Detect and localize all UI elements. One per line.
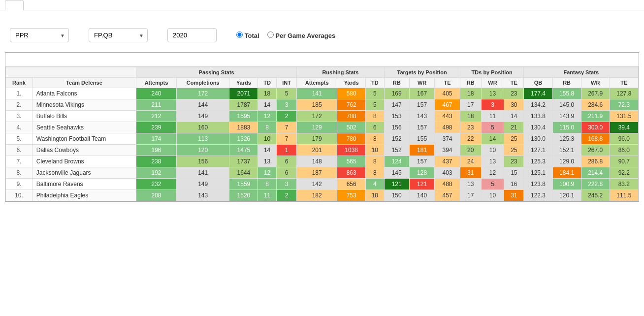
cell-rank: 6. [6, 145, 32, 156]
cell-rush_yds: 788 [337, 111, 366, 122]
cell-rush_att: 148 [297, 156, 337, 167]
stat-sort-control: FP.QB FP.RB FP.WR FP.TE [89, 25, 148, 42]
cell-fp_wr: 284.6 [581, 99, 610, 111]
cell-rank: 7. [6, 156, 32, 167]
cell-team: Jacksonville Jaguars [32, 167, 136, 179]
cell-fp_te: 127.8 [610, 88, 638, 99]
cell-fp_rb: 155.8 [552, 88, 581, 99]
cell-tgt_rb: 150 [384, 190, 409, 201]
cell-rush_td: 10 [366, 145, 384, 156]
cell-team: Buffalo Bills [32, 111, 136, 122]
cell-td_rb: 18 [460, 88, 481, 99]
cell-rush_yds: 863 [337, 167, 366, 179]
cell-pass_att: 232 [136, 179, 177, 190]
col-tgt-wr: WR [409, 78, 434, 88]
toggle-per-game[interactable]: Per Game Averages [267, 32, 336, 39]
cell-td_te: 23 [504, 88, 524, 99]
cell-fp_qb: 127.1 [524, 145, 552, 156]
cell-rank: 4. [6, 122, 32, 133]
cell-pass_int: 1 [276, 145, 296, 156]
col-fp-te: TE [610, 78, 638, 88]
year-input[interactable] [167, 28, 217, 42]
cell-rush_att: 187 [297, 167, 337, 179]
table-row: 3.Buffalo Bills2121491595122172788815314… [6, 111, 639, 122]
cell-team: Minnesota Vikings [32, 99, 136, 111]
toggle-total-label: Total [245, 32, 259, 39]
cell-pass_att: 240 [136, 88, 177, 99]
cell-td_te: 15 [504, 167, 524, 179]
cell-pass_att: 208 [136, 190, 177, 201]
cell-pass_cmp: 113 [176, 133, 229, 145]
cell-pass_yds: 1326 [229, 133, 258, 145]
cell-pass_td: 13 [258, 156, 276, 167]
cell-pass_att: 238 [136, 156, 177, 167]
cell-pass_td: 18 [258, 88, 276, 99]
cell-td_rb: 17 [460, 99, 481, 111]
col-pass-yds: Yards [229, 78, 258, 88]
cell-team: Seattle Seahawks [32, 122, 136, 133]
cell-td_rb: 23 [460, 122, 481, 133]
toggle-total[interactable]: Total [236, 32, 259, 39]
tab-players-against[interactable] [24, 0, 41, 10]
tab-defensive-stats[interactable] [5, 0, 24, 10]
tab-rest-of-season[interactable] [41, 0, 59, 10]
cell-rush_yds: 565 [337, 156, 366, 167]
col-team: Team Defense [32, 78, 136, 88]
cell-pass_td: 14 [258, 99, 276, 111]
cell-rank: 1. [6, 88, 32, 99]
cell-rank: 9. [6, 179, 32, 190]
cell-pass_int: 6 [276, 156, 296, 167]
cell-fp_wr: 168.8 [581, 133, 610, 145]
toggle-per-game-radio[interactable] [267, 32, 274, 38]
controls-bar: PPR Standard Half PPR FP.QB FP.RB FP.WR … [0, 20, 644, 52]
cell-td_rb: 18 [460, 111, 481, 122]
cell-rank: 8. [6, 167, 32, 179]
cell-td_wr: 11 [481, 111, 504, 122]
cell-fp_wr: 286.8 [581, 156, 610, 167]
gh-rank [6, 67, 136, 78]
cell-pass_cmp: 160 [176, 122, 229, 133]
cell-fp_rb: 125.3 [552, 133, 581, 145]
col-rush-att: Attempts [297, 78, 337, 88]
table-row: 2.Minnesota Vikings211144178714318576251… [6, 99, 639, 111]
cell-fp_rb: 120.1 [552, 190, 581, 201]
cell-tgt_rb: 121 [384, 179, 409, 190]
year-control [167, 25, 217, 42]
scoring-select[interactable]: PPR Standard Half PPR [10, 28, 69, 42]
stat-sort-select[interactable]: FP.QB FP.RB FP.WR FP.TE [89, 28, 148, 42]
cell-fp_rb: 115.0 [552, 122, 581, 133]
table-row: 8.Jacksonville Jaguars192141164412618786… [6, 167, 639, 179]
cell-rush_td: 6 [366, 122, 384, 133]
cell-fp_te: 92.2 [610, 167, 638, 179]
cell-pass_yds: 1737 [229, 156, 258, 167]
col-rush-td: TD [366, 78, 384, 88]
cell-tgt_rb: 124 [384, 156, 409, 167]
cell-pass_td: 8 [258, 122, 276, 133]
col-td-wr: WR [481, 78, 504, 88]
cell-fp_rb: 143.9 [552, 111, 581, 122]
toggle-total-radio[interactable] [236, 32, 243, 38]
cell-fp_te: 96.0 [610, 133, 638, 145]
cell-tgt_rb: 169 [384, 88, 409, 99]
cell-pass_int: 7 [276, 122, 296, 133]
cell-tgt_te: 457 [435, 190, 460, 201]
cell-fp_rb: 184.1 [552, 167, 581, 179]
cell-fp_qb: 130.4 [524, 122, 552, 133]
cell-fp_rb: 129.0 [552, 156, 581, 167]
cell-fp_qb: 122.3 [524, 190, 552, 201]
tabs-container [0, 0, 644, 10]
cell-rush_td: 10 [366, 190, 384, 201]
cell-pass_cmp: 144 [176, 99, 229, 111]
cell-td_wr: 13 [481, 156, 504, 167]
cell-rank: 2. [6, 99, 32, 111]
cell-tgt_rb: 156 [384, 122, 409, 133]
cell-td_te: 31 [504, 190, 524, 201]
stat-sort-select-wrapper: FP.QB FP.RB FP.WR FP.TE [89, 28, 148, 42]
cell-team: Washington Football Team [32, 133, 136, 145]
cell-td_wr: 10 [481, 190, 504, 201]
gh-fantasy: Fantasy Stats [524, 67, 639, 78]
cell-tgt_te: 437 [435, 156, 460, 167]
toggle-group: Total Per Game Averages [236, 32, 335, 42]
cell-pass_att: 211 [136, 99, 177, 111]
scoring-select-wrapper: PPR Standard Half PPR [10, 28, 69, 42]
